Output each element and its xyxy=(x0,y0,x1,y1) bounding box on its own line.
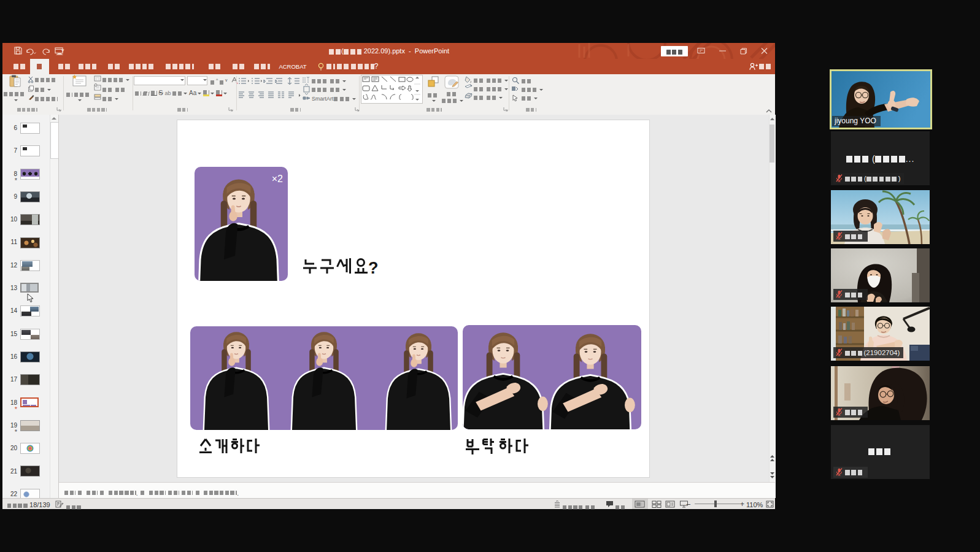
svg-text:?: ? xyxy=(368,259,379,277)
svg-text:×2: ×2 xyxy=(272,174,283,184)
